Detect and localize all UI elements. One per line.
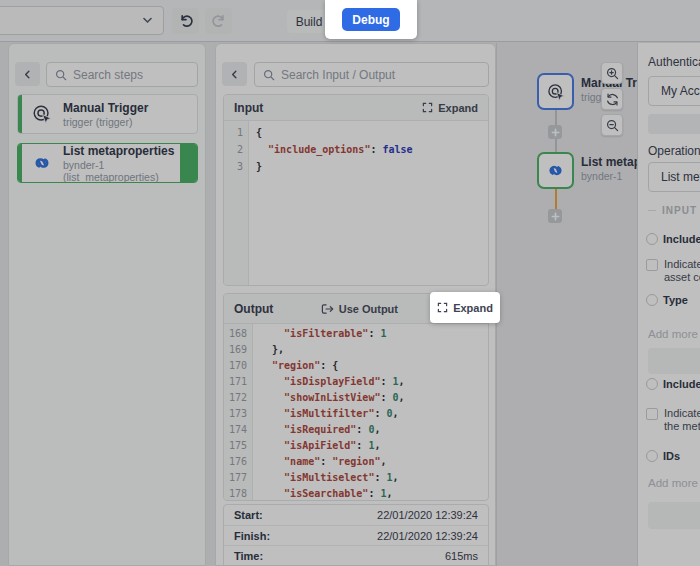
field-include-count: Include count: [646, 233, 700, 245]
undo-icon: [178, 13, 194, 29]
output-section-title: Output: [234, 302, 321, 316]
field-ids: IDs: [646, 450, 680, 462]
step-card-manual-trigger[interactable]: Manual Trigger trigger (trigger): [17, 94, 198, 134]
field-toggle-icon[interactable]: [646, 294, 658, 306]
add-step-button[interactable]: [548, 209, 562, 223]
plus-icon: [551, 128, 560, 137]
step-card-list-metaproperties[interactable]: List metaproperties bynder-1 (list_metap…: [17, 143, 198, 183]
collapse-steps-button[interactable]: [15, 62, 40, 86]
expand-icon: [422, 102, 433, 113]
input-expand-button[interactable]: Expand: [422, 102, 478, 114]
authentication-action-button[interactable]: [648, 114, 700, 134]
chevron-down-icon: [142, 15, 153, 26]
redo-button[interactable]: [205, 8, 232, 34]
input-section: Input Expand 1{2 "include_options": fals…: [223, 94, 489, 286]
field-toggle-icon[interactable]: [646, 233, 658, 245]
manual-trigger-icon: [546, 82, 566, 102]
io-search-input[interactable]: [281, 68, 480, 82]
output-code-editor[interactable]: 168 "isFilterable": 1169 },170 "region":…: [224, 324, 488, 500]
undo-button[interactable]: [172, 8, 199, 34]
authentication-select[interactable]: My Account: [648, 76, 700, 106]
include-options-help: Indicates options the metaproperties: [646, 407, 700, 433]
steps-search-box: [46, 62, 198, 87]
debug-tab-button[interactable]: Debug: [342, 8, 400, 31]
input-fields-divider: INPUT: [648, 205, 700, 216]
zoom-out-button[interactable]: [601, 114, 623, 136]
operation-label: Operation: [648, 144, 700, 158]
bynder-icon: [31, 152, 54, 174]
connector-line-orange: [555, 189, 557, 211]
bynder-icon: [545, 160, 566, 181]
use-output-icon: [321, 303, 334, 315]
zoom-in-button[interactable]: [601, 62, 623, 84]
meta-row-start: Start: 22/01/2020 12:39:24: [224, 505, 488, 525]
type-add-box[interactable]: [648, 348, 700, 374]
field-include-options: Include options: [646, 378, 700, 390]
io-search-box: [254, 62, 489, 87]
steps-search-input[interactable]: [73, 68, 189, 82]
step-status-accent: [18, 95, 22, 133]
input-section-header: Input Expand: [224, 95, 488, 121]
run-metadata: Start: 22/01/2020 12:39:24 Finish: 22/01…: [223, 504, 489, 566]
add-step-button[interactable]: [548, 125, 562, 139]
search-icon: [263, 69, 275, 81]
field-type: Type: [646, 294, 688, 306]
output-expand-button[interactable]: Expand: [437, 302, 493, 314]
step-subtitle: trigger (trigger): [63, 116, 148, 128]
operation-select[interactable]: List metaproperties: [648, 162, 700, 192]
step-config-panel: Authentication My Account Operation List…: [637, 43, 700, 566]
workflow-canvas[interactable]: Manual Trigger trigger List metaproperti…: [496, 43, 637, 566]
zoom-out-icon: [606, 119, 619, 132]
meta-row-finish: Finish: 22/01/2020 12:39:24: [224, 525, 488, 545]
chevron-left-icon: [230, 70, 239, 79]
step-title: Manual Trigger: [63, 101, 148, 115]
output-section: Output Use Output 168 "isFilterable": 11…: [223, 293, 489, 501]
ids-add-box[interactable]: [648, 502, 700, 529]
step-subtitle: bynder-1 (list_metaproperties): [63, 159, 197, 183]
authentication-label: Authentication: [648, 55, 700, 69]
include-count-checkbox[interactable]: [646, 259, 658, 271]
canvas-node-list-metaproperties[interactable]: [537, 152, 574, 189]
plus-icon: [551, 212, 560, 221]
step-title: List metaproperties: [63, 144, 197, 158]
reset-zoom-button[interactable]: [601, 88, 623, 110]
canvas-zoom-controls: [601, 62, 623, 136]
expand-icon: [437, 302, 448, 313]
manual-trigger-icon: [31, 103, 54, 125]
step-selected-accent: [180, 144, 197, 182]
input-code-editor[interactable]: 1{2 "include_options": false3}: [224, 121, 488, 285]
refresh-icon: [606, 93, 619, 106]
redo-icon: [211, 13, 227, 29]
collapse-io-button[interactable]: [222, 62, 247, 86]
zoom-in-icon: [606, 67, 619, 80]
canvas-node-manual-trigger[interactable]: [537, 73, 574, 110]
include-options-checkbox[interactable]: [646, 408, 658, 420]
steps-sidebar: Manual Trigger trigger (trigger) List me…: [8, 43, 206, 566]
workflow-select[interactable]: [0, 6, 164, 35]
workflow-debugger-app: Build Manual Trigger trigger (trigger): [0, 0, 700, 566]
ids-placeholder: Add more than one: [648, 477, 700, 489]
include-count-help: Indicates the asset count: [646, 258, 700, 284]
use-output-button[interactable]: Use Output: [321, 303, 398, 315]
debug-spotlight: Debug: [325, 0, 417, 39]
input-section-title: Input: [234, 101, 422, 115]
type-placeholder: Add more than one: [648, 328, 700, 340]
field-toggle-icon[interactable]: [646, 378, 658, 390]
field-toggle-icon[interactable]: [646, 450, 658, 462]
output-expand-spotlight: Expand: [430, 292, 500, 323]
search-icon: [55, 69, 67, 81]
step-status-accent: [18, 144, 22, 182]
chevron-left-icon: [23, 70, 32, 79]
meta-row-time: Time: 615ms: [224, 545, 488, 565]
